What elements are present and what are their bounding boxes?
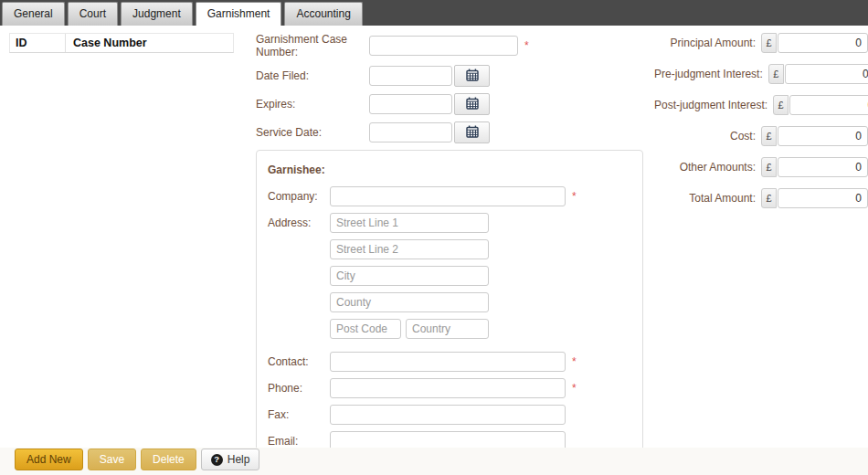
currency-symbol: £ — [761, 126, 777, 146]
column-header-id[interactable]: ID — [10, 34, 66, 52]
total-amount-label: Total Amount: — [654, 192, 756, 205]
cost-input[interactable] — [778, 126, 868, 146]
tab-judgment[interactable]: Judgment — [121, 2, 193, 26]
fax-label: Fax: — [266, 405, 330, 425]
principal-amount-input[interactable] — [778, 33, 868, 53]
tab-court[interactable]: Court — [68, 2, 118, 26]
expires-calendar-button[interactable] — [454, 93, 490, 115]
contact-input[interactable] — [330, 352, 566, 372]
phone-label: Phone: — [266, 378, 330, 398]
garnishment-form: Garnishment Case Number: * Date Filed: — [256, 33, 647, 467]
calendar-icon — [466, 125, 479, 141]
tab-accounting[interactable]: Accounting — [284, 2, 362, 26]
street-line-1-input[interactable] — [330, 213, 489, 233]
currency-symbol: £ — [761, 157, 777, 177]
principal-amount-label: Principal Amount: — [654, 37, 756, 49]
garnishment-case-number-input[interactable] — [369, 36, 518, 56]
post-judgment-interest-label: Post-judgment Interest: — [654, 99, 767, 111]
currency-symbol: £ — [768, 64, 784, 84]
garnishee-heading: Garnishee: — [268, 164, 633, 176]
address-label: Address: — [266, 213, 330, 345]
column-header-case-number[interactable]: Case Number — [66, 34, 233, 52]
garnishment-case-number-label: Garnishment Case Number: — [256, 33, 369, 58]
tab-bar: General Court Judgment Garnishment Accou… — [0, 0, 868, 26]
currency-symbol: £ — [761, 188, 777, 208]
phone-input[interactable] — [330, 378, 566, 398]
cost-label: Cost: — [654, 130, 756, 142]
required-marker: * — [572, 352, 577, 372]
service-date-calendar-button[interactable] — [454, 121, 490, 143]
tab-garnishment[interactable]: Garnishment — [196, 2, 282, 26]
help-button-label: Help — [228, 453, 250, 466]
pre-judgment-interest-input[interactable] — [785, 64, 868, 84]
currency-symbol: £ — [761, 33, 777, 53]
tab-general[interactable]: General — [2, 2, 65, 26]
service-date-label: Service Date: — [256, 126, 369, 139]
help-icon: ? — [211, 454, 223, 466]
company-input[interactable] — [330, 186, 566, 206]
other-amounts-input[interactable] — [778, 157, 868, 177]
total-amount-input[interactable] — [778, 188, 868, 208]
footer-bar: Add New Save Delete ? Help — [0, 448, 868, 475]
currency-symbol: £ — [773, 95, 789, 115]
delete-button[interactable]: Delete — [141, 449, 196, 470]
calendar-icon — [466, 69, 479, 84]
add-new-button[interactable]: Add New — [15, 449, 83, 470]
post-judgment-interest-input[interactable] — [789, 95, 868, 115]
other-amounts-label: Other Amounts: — [654, 161, 756, 174]
save-button[interactable]: Save — [88, 449, 136, 470]
address-fields — [330, 213, 489, 345]
fax-input[interactable] — [330, 405, 566, 425]
date-filed-input[interactable] — [369, 66, 452, 86]
company-label: Company: — [266, 186, 330, 206]
amounts-panel: Principal Amount: £ Pre-judgment Interes… — [654, 33, 868, 219]
service-date-input[interactable] — [369, 122, 452, 142]
county-input[interactable] — [330, 292, 489, 312]
required-marker: * — [572, 186, 577, 206]
help-button[interactable]: ? Help — [201, 449, 260, 470]
contact-label: Contact: — [266, 352, 330, 372]
required-marker: * — [524, 36, 529, 56]
city-input[interactable] — [330, 266, 489, 286]
street-line-2-input[interactable] — [330, 239, 489, 259]
expires-input[interactable] — [369, 94, 452, 114]
date-filed-calendar-button[interactable] — [454, 65, 490, 87]
country-input[interactable] — [406, 319, 489, 339]
calendar-icon — [466, 97, 479, 112]
garnishment-case-list: ID Case Number — [9, 33, 234, 53]
post-code-input[interactable] — [330, 319, 401, 339]
date-filed-label: Date Filed: — [256, 69, 369, 82]
expires-label: Expires: — [256, 98, 369, 111]
required-marker: * — [572, 378, 577, 398]
pre-judgment-interest-label: Pre-judgment Interest: — [654, 68, 763, 80]
case-list-header: ID Case Number — [9, 33, 234, 53]
garnishee-section: Garnishee: Company: * Address: Contact: — [256, 150, 643, 467]
